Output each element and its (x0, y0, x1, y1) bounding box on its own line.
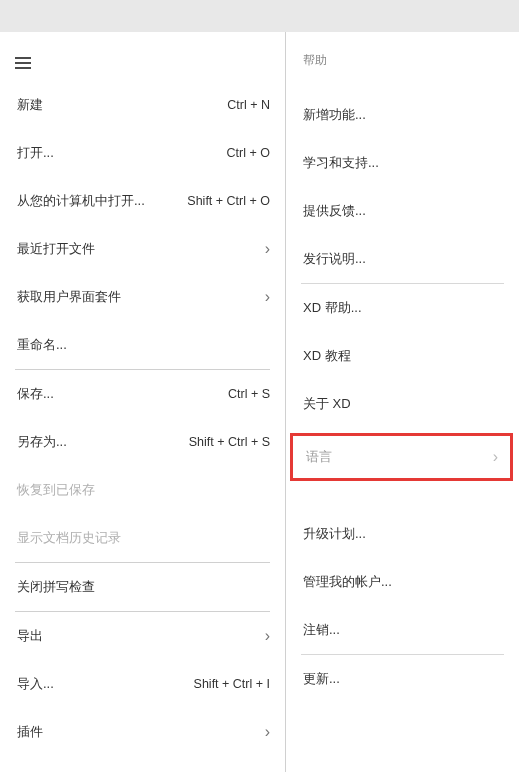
hamburger-menu-icon[interactable] (15, 57, 31, 69)
menu-revert: 恢复到已保存 (0, 466, 285, 514)
menu-open[interactable]: 打开... Ctrl + O (0, 129, 285, 177)
menu-import-shortcut: Shift + Ctrl + I (194, 677, 270, 691)
menu-doc-history-label: 显示文档历史记录 (17, 529, 121, 547)
chevron-right-icon: › (265, 723, 270, 741)
menu-ui-kits-label: 获取用户界面套件 (17, 288, 121, 306)
menu-open-from-computer-label: 从您的计算机中打开... (17, 192, 145, 210)
menu-open-label: 打开... (17, 144, 54, 162)
menu-spell-check-label: 关闭拼写检查 (17, 578, 95, 596)
menu-save-shortcut: Ctrl + S (228, 387, 270, 401)
help-whats-new-label: 新增功能... (303, 106, 366, 124)
menu-recent[interactable]: 最近打开文件 › (0, 225, 285, 273)
chevron-right-icon: › (265, 288, 270, 306)
menu-revert-label: 恢复到已保存 (17, 481, 95, 499)
menu-open-shortcut: Ctrl + O (227, 146, 270, 160)
menu-save-label: 保存... (17, 385, 54, 403)
help-upgrade-plan-label: 升级计划... (303, 525, 366, 543)
help-language[interactable]: 语言 › (290, 433, 513, 481)
menu-save[interactable]: 保存... Ctrl + S (0, 370, 285, 418)
help-language-label: 语言 (306, 448, 332, 466)
menu-open-from-computer-shortcut: Shift + Ctrl + O (187, 194, 270, 208)
help-xd-tutorials-label: XD 教程 (303, 347, 351, 365)
help-upgrade-plan[interactable]: 升级计划... (286, 510, 519, 558)
help-about-xd-label: 关于 XD (303, 395, 351, 413)
help-panel: 帮助 新增功能... 学习和支持... 提供反馈... 发行说明... XD 帮… (286, 32, 519, 772)
help-header: 帮助 (286, 32, 519, 91)
menu-export[interactable]: 导出 › (0, 612, 285, 660)
menu-save-as-label: 另存为... (17, 433, 67, 451)
help-updates[interactable]: 更新... (286, 655, 519, 703)
help-release-notes-label: 发行说明... (303, 250, 366, 268)
help-learn-support-label: 学习和支持... (303, 154, 379, 172)
menu-export-label: 导出 (17, 627, 43, 645)
menu-doc-history: 显示文档历史记录 (0, 514, 285, 562)
menu-rename-label: 重命名... (17, 336, 67, 354)
help-sign-out-label: 注销... (303, 621, 340, 639)
menu-new-shortcut: Ctrl + N (227, 98, 270, 112)
menu-save-as-shortcut: Shift + Ctrl + S (189, 435, 270, 449)
help-xd-help[interactable]: XD 帮助... (286, 284, 519, 332)
help-about-xd[interactable]: 关于 XD (286, 380, 519, 428)
menu-recent-label: 最近打开文件 (17, 240, 95, 258)
help-manage-account[interactable]: 管理我的帐户... (286, 558, 519, 606)
help-learn-support[interactable]: 学习和支持... (286, 139, 519, 187)
help-release-notes[interactable]: 发行说明... (286, 235, 519, 283)
help-feedback[interactable]: 提供反馈... (286, 187, 519, 235)
menu-rename[interactable]: 重命名... (0, 321, 285, 369)
help-feedback-label: 提供反馈... (303, 202, 366, 220)
menu-import-label: 导入... (17, 675, 54, 693)
help-whats-new[interactable]: 新增功能... (286, 91, 519, 139)
menu-new[interactable]: 新建 Ctrl + N (0, 81, 285, 129)
help-xd-help-label: XD 帮助... (303, 299, 362, 317)
title-bar (0, 0, 519, 32)
help-sign-out[interactable]: 注销... (286, 606, 519, 654)
chevron-right-icon: › (493, 448, 498, 466)
menu-spell-check[interactable]: 关闭拼写检查 (0, 563, 285, 611)
menu-open-from-computer[interactable]: 从您的计算机中打开... Shift + Ctrl + O (0, 177, 285, 225)
chevron-right-icon: › (265, 627, 270, 645)
menu-ui-kits[interactable]: 获取用户界面套件 › (0, 273, 285, 321)
menu-import[interactable]: 导入... Shift + Ctrl + I (0, 660, 285, 708)
left-menu-panel: 新建 Ctrl + N 打开... Ctrl + O 从您的计算机中打开... … (0, 32, 286, 772)
help-manage-account-label: 管理我的帐户... (303, 573, 392, 591)
help-xd-tutorials[interactable]: XD 教程 (286, 332, 519, 380)
menu-plugins-label: 插件 (17, 723, 43, 741)
help-updates-label: 更新... (303, 670, 340, 688)
chevron-right-icon: › (265, 240, 270, 258)
menu-save-as[interactable]: 另存为... Shift + Ctrl + S (0, 418, 285, 466)
menu-new-label: 新建 (17, 96, 43, 114)
menu-plugins[interactable]: 插件 › (0, 708, 285, 756)
